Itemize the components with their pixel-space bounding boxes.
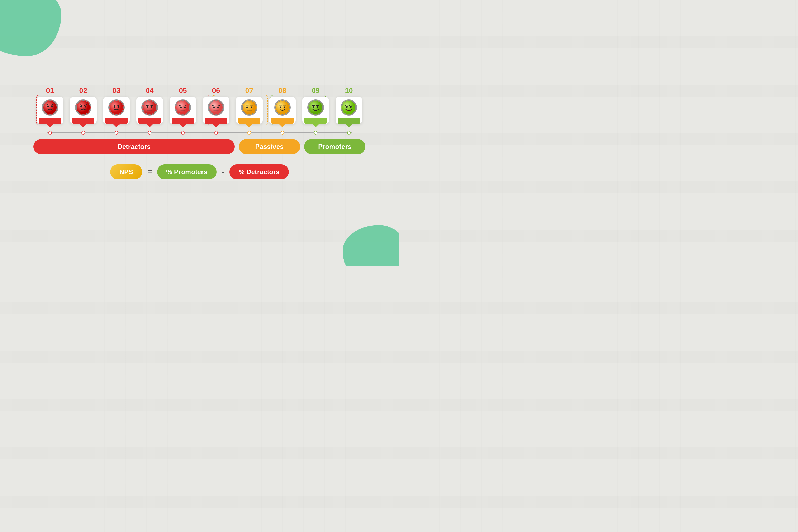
svg-point-24 bbox=[180, 107, 182, 109]
svg-point-51 bbox=[350, 106, 352, 108]
score-card-06 bbox=[203, 97, 229, 124]
svg-point-14 bbox=[118, 106, 119, 108]
nps-pill: NPS bbox=[110, 165, 142, 179]
score-card-08 bbox=[269, 97, 296, 124]
timeline-row bbox=[34, 131, 366, 135]
score-label-08: 08 bbox=[268, 87, 296, 95]
svg-point-18 bbox=[147, 107, 148, 108]
main-content: 01 02 03 04 05 06 07 08 09 10 bbox=[34, 87, 366, 179]
svg-point-47 bbox=[313, 107, 314, 108]
svg-point-5 bbox=[76, 100, 90, 114]
promoters-pct-pill: % Promoters bbox=[157, 165, 216, 179]
svg-point-31 bbox=[217, 107, 219, 109]
score-label-06: 06 bbox=[202, 87, 230, 95]
svg-point-8 bbox=[80, 106, 82, 108]
svg-point-48 bbox=[317, 107, 318, 108]
svg-point-15 bbox=[143, 100, 156, 114]
svg-point-3 bbox=[47, 106, 49, 108]
face-04 bbox=[142, 99, 158, 116]
score-card-03 bbox=[103, 97, 130, 124]
card-tab-01 bbox=[39, 118, 61, 124]
timeline-dot-02 bbox=[81, 131, 85, 135]
card-tab-02 bbox=[72, 118, 94, 124]
timeline-dot-07 bbox=[247, 131, 251, 135]
minus-sign: - bbox=[222, 167, 224, 177]
score-label-03: 03 bbox=[103, 87, 130, 95]
face-01 bbox=[42, 99, 58, 116]
equals-sign: = bbox=[147, 167, 152, 177]
score-card-10 bbox=[336, 97, 362, 124]
score-label-04: 04 bbox=[135, 87, 164, 95]
score-label-07: 07 bbox=[235, 87, 263, 95]
timeline-dot-05 bbox=[181, 131, 185, 135]
face-05 bbox=[175, 99, 191, 116]
card-tab-08 bbox=[271, 118, 294, 124]
detractors-pct-pill: % Detractors bbox=[229, 165, 289, 179]
score-card-07 bbox=[236, 97, 262, 124]
score-label-02: 02 bbox=[69, 87, 97, 95]
score-card-09 bbox=[302, 97, 329, 124]
decorative-blob-bottom-right bbox=[343, 225, 399, 266]
svg-point-43 bbox=[284, 107, 285, 109]
svg-point-30 bbox=[213, 107, 215, 109]
timeline-dot-04 bbox=[148, 131, 151, 135]
score-card-05 bbox=[170, 97, 196, 124]
timeline-dot-01 bbox=[48, 131, 52, 135]
card-tab-06 bbox=[205, 118, 227, 124]
score-label-01: 01 bbox=[36, 87, 64, 95]
promoters-label: Promoters bbox=[304, 139, 366, 154]
svg-point-10 bbox=[110, 100, 123, 114]
face-06 bbox=[208, 99, 224, 116]
svg-point-36 bbox=[246, 107, 248, 109]
face-08 bbox=[274, 99, 291, 116]
svg-point-0 bbox=[43, 100, 57, 114]
score-card-01 bbox=[37, 97, 63, 124]
svg-point-49 bbox=[342, 100, 356, 114]
detractors-label: Detractors bbox=[34, 139, 235, 154]
face-09 bbox=[308, 99, 324, 116]
decorative-blob-top-left bbox=[0, 0, 61, 56]
svg-point-27 bbox=[209, 100, 223, 114]
score-label-10: 10 bbox=[335, 87, 363, 95]
passives-label: Passives bbox=[239, 139, 300, 154]
card-tab-03 bbox=[105, 118, 128, 124]
card-tab-09 bbox=[304, 118, 327, 124]
svg-point-42 bbox=[280, 107, 281, 109]
timeline-dot-03 bbox=[115, 131, 118, 135]
card-tab-07 bbox=[238, 118, 260, 124]
svg-point-39 bbox=[276, 100, 289, 114]
svg-point-21 bbox=[176, 100, 190, 114]
card-tab-05 bbox=[172, 118, 194, 124]
timeline-dot-08 bbox=[281, 131, 284, 135]
face-10 bbox=[341, 99, 357, 116]
score-card-04 bbox=[136, 97, 163, 124]
nps-scale: 01 02 03 04 05 06 07 08 09 10 bbox=[34, 87, 366, 154]
numbers-row: 01 02 03 04 05 06 07 08 09 10 bbox=[34, 87, 366, 95]
svg-point-19 bbox=[151, 107, 152, 108]
card-tab-04 bbox=[138, 118, 161, 124]
card-tab-10 bbox=[338, 118, 360, 124]
score-label-05: 05 bbox=[169, 87, 197, 95]
svg-point-13 bbox=[114, 106, 115, 108]
svg-point-44 bbox=[309, 100, 322, 114]
score-label-09: 09 bbox=[301, 87, 330, 95]
svg-point-9 bbox=[85, 106, 86, 108]
score-card-02 bbox=[70, 97, 96, 124]
timeline-dot-06 bbox=[214, 131, 218, 135]
timeline-dot-10 bbox=[347, 131, 351, 135]
svg-point-4 bbox=[51, 106, 53, 108]
face-07 bbox=[241, 99, 257, 116]
timeline-dot-09 bbox=[314, 131, 317, 135]
svg-point-33 bbox=[242, 100, 256, 114]
category-row: Detractors Passives Promoters bbox=[34, 139, 366, 154]
svg-point-50 bbox=[346, 106, 348, 108]
cards-row bbox=[34, 97, 366, 124]
svg-point-25 bbox=[184, 107, 186, 109]
face-02 bbox=[75, 99, 91, 116]
formula-section: NPS = % Promoters - % Detractors bbox=[110, 165, 289, 179]
svg-point-37 bbox=[250, 107, 252, 109]
face-03 bbox=[108, 99, 125, 116]
